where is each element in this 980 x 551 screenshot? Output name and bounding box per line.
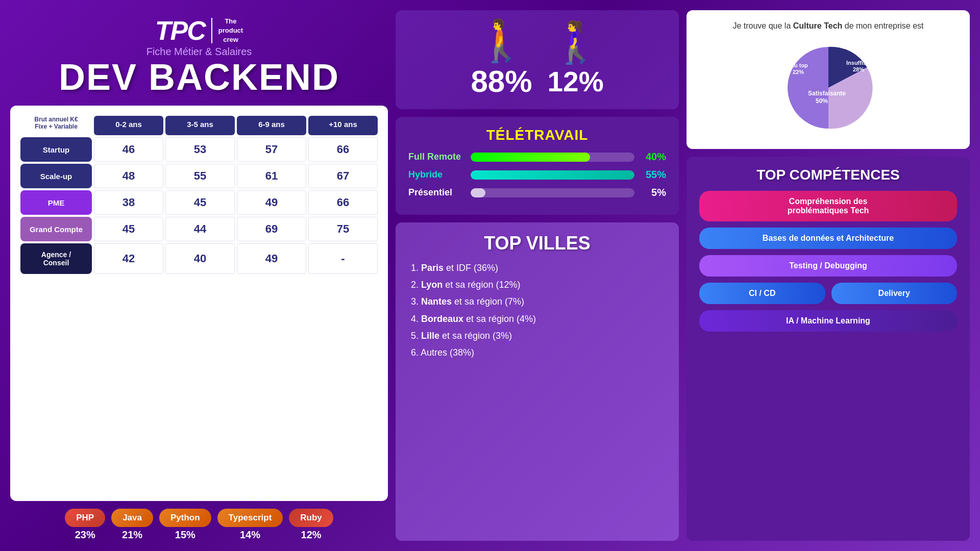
female-icon: 🚶‍♀️	[550, 22, 601, 63]
tele-bar-presentiel	[471, 188, 485, 197]
val-pme-1: 38	[94, 190, 163, 215]
val-agence-2: 40	[165, 243, 235, 274]
male-pct: 88%	[471, 64, 532, 99]
tele-bar-presentiel-container	[471, 188, 634, 197]
teletravail-title: TÉLÉTRAVAIL	[408, 127, 666, 143]
val-gc-2: 44	[165, 217, 235, 241]
gender-section: 🚶 88% 🚶‍♀️ 12%	[396, 10, 679, 109]
col-header-2: 3-5 ans	[165, 116, 235, 135]
culture-section: Je trouve que la Culture Tech de mon ent…	[687, 10, 970, 149]
tele-bar-hybride	[471, 170, 634, 180]
tele-label-presentiel: Présentiel	[408, 187, 464, 198]
pct-satisfaisante: 50%	[816, 97, 828, 105]
lang-pct-php: 23%	[75, 529, 95, 541]
female-pct: 12%	[548, 65, 604, 98]
gender-male: 🚶 88%	[471, 20, 532, 99]
right-column: Je trouve que la Culture Tech de mon ent…	[687, 10, 970, 541]
lang-badge-python: Python	[159, 509, 211, 527]
pct-autop: 22%	[793, 69, 804, 75]
gender-female: 🚶‍♀️ 12%	[548, 22, 604, 98]
lang-badge-ruby: Ruby	[289, 509, 333, 527]
val-startup-3: 57	[237, 137, 306, 162]
lang-python: Python 15%	[159, 509, 211, 541]
ville-nantes: 3. Nantes et sa région (7%)	[411, 295, 664, 308]
val-startup-1: 46	[94, 137, 163, 162]
label-satisfaisante: Satisfaisante	[808, 90, 846, 97]
val-gc-1: 45	[94, 217, 163, 241]
tele-label-fullremote: Full Remote	[408, 152, 464, 162]
main-title: DEV BACKEND	[10, 59, 388, 95]
comp-delivery: Delivery	[831, 283, 958, 304]
tele-bar-fullremote-container	[471, 153, 634, 162]
lang-badge-typescript: Typescript	[217, 509, 283, 527]
tpc-divider	[211, 18, 212, 43]
comp-badges-list: Compréhension desproblématiques Tech Bas…	[699, 191, 957, 332]
row-label-pme: PME	[20, 190, 92, 215]
tele-label-hybride: Hybride	[408, 169, 464, 180]
pct-insuffisante: 28%	[853, 66, 864, 72]
lang-java: Java 21%	[111, 509, 153, 541]
tele-hybride-row: Hybride 55%	[408, 169, 666, 181]
val-agence-3: 49	[237, 243, 306, 274]
fiche-subtitle: Fiche Métier & Salaires	[10, 46, 388, 58]
left-column: TPC Theproductcrew Fiche Métier & Salair…	[10, 10, 388, 541]
villes-section: TOP VILLES 1. Paris et IDF (36%) 2. Lyon…	[396, 222, 679, 541]
row-label-gc: Grand Compte	[20, 217, 92, 241]
row-label-agence: Agence /Conseil	[20, 243, 92, 274]
comp-testing: Testing / Debugging	[699, 255, 957, 277]
comp-cicd: CI / CD	[699, 283, 825, 304]
lang-pct-java: 21%	[122, 529, 142, 541]
comp-bases: Bases de données et Architecture	[699, 228, 957, 249]
tpc-logo: TPC Theproductcrew	[10, 15, 388, 46]
lang-pct-typescript: 14%	[240, 529, 260, 541]
ville-lille: 5. Lille et sa région (3%)	[411, 330, 664, 342]
val-pme-3: 49	[237, 190, 306, 215]
teletravail-section: TÉLÉTRAVAIL Full Remote 40% Hybride 55% …	[396, 117, 679, 215]
tele-pct-fullremote: 40%	[641, 151, 666, 163]
lang-pct-ruby: 12%	[301, 529, 322, 541]
lang-pct-python: 15%	[175, 529, 195, 541]
val-gc-3: 69	[237, 217, 306, 241]
ville-paris: 1. Paris et IDF (36%)	[411, 262, 664, 274]
lang-typescript: Typescript 14%	[217, 509, 283, 541]
competences-title: TOP COMPÉTENCES	[699, 167, 957, 183]
ville-bordeaux: 4. Bordeaux et sa région (4%)	[411, 313, 664, 325]
col-header-1: 0-2 ans	[94, 116, 163, 135]
competences-section: TOP COMPÉTENCES Compréhension desproblém…	[687, 157, 970, 541]
tele-full-remote-row: Full Remote 40%	[408, 151, 666, 163]
val-startup-2: 53	[165, 137, 235, 162]
val-scaleup-4: 67	[308, 164, 378, 188]
val-pme-4: 66	[308, 190, 378, 215]
label-insuffisante: Insuffisante	[846, 60, 878, 66]
culture-pie-chart: Satisfaisante 50% Au top 22% Insuffisant…	[777, 37, 879, 139]
tele-bar-fullremote	[471, 153, 590, 162]
tpc-letters: TPC	[155, 15, 205, 46]
val-pme-2: 45	[165, 190, 235, 215]
comp-ia: IA / Machine Learning	[699, 310, 957, 332]
label-autop: Au top	[790, 62, 808, 68]
ville-lyon: 2. Lyon et sa région (12%)	[411, 279, 664, 291]
middle-column: 🚶 88% 🚶‍♀️ 12% TÉLÉTRAVAIL Full Remote 4…	[396, 10, 679, 541]
tpc-tagline: Theproductcrew	[218, 17, 243, 45]
male-icon: 🚶	[476, 20, 527, 61]
logo-area: TPC Theproductcrew Fiche Métier & Salair…	[10, 10, 388, 98]
main-container: TPC Theproductcrew Fiche Métier & Salair…	[0, 0, 980, 551]
villes-title: TOP VILLES	[411, 233, 664, 254]
col-header-3: 6-9 ans	[237, 116, 306, 135]
val-startup-4: 66	[308, 137, 378, 162]
languages-bar: PHP 23% Java 21% Python 15% Typescript 1…	[10, 509, 388, 541]
table-header-label: Brut annuel K€Fixe + Variable	[20, 116, 92, 130]
val-agence-4: -	[308, 243, 378, 274]
culture-title: Je trouve que la Culture Tech de mon ent…	[732, 20, 923, 32]
col-header-4: +10 ans	[308, 116, 378, 135]
row-label-startup: Startup	[20, 137, 92, 162]
tele-presentiel-row: Présentiel 5%	[408, 187, 666, 198]
salary-card: Brut annuel K€Fixe + Variable 0-2 ans 3-…	[10, 106, 388, 501]
tele-bar-hybride-container	[471, 170, 634, 180]
tele-pct-hybride: 55%	[641, 169, 666, 181]
val-agence-1: 42	[94, 243, 163, 274]
row-label-scaleup: Scale-up	[20, 164, 92, 188]
ville-autres: 6. Autres (38%)	[411, 346, 664, 359]
tele-pct-presentiel: 5%	[641, 187, 666, 198]
comp-comprehension: Compréhension desproblématiques Tech	[699, 191, 957, 221]
